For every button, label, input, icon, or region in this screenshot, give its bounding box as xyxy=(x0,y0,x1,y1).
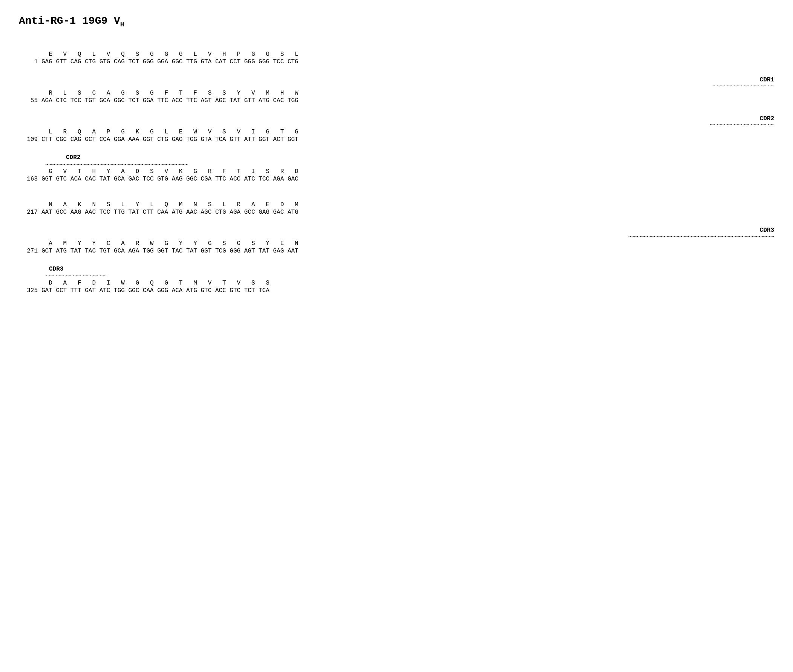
title-subscript: H xyxy=(120,21,125,28)
line-number-2: 55 xyxy=(19,90,42,104)
cdr3-label-right: CDR3 xyxy=(45,227,774,234)
title-text: Anti-RG-1 19G9 V xyxy=(19,15,120,27)
page-container: Anti-RG-1 19G9 VH 1 E V Q L V Q S G G G … xyxy=(19,15,774,294)
cdr1-annotation: CDR1 ~~~~~~~~~~~~~~~~~~ xyxy=(45,77,774,90)
amino-line-2: R L S C A G S G F T F S S Y V M H W xyxy=(42,90,774,96)
sequence-block-4: 163 G V T H Y A D S V K G R F T I S R D … xyxy=(19,168,774,182)
sequence-block-2: 55 R L S C A G S G F T F S S Y V M H W A… xyxy=(19,90,774,104)
line-number-7: 325 xyxy=(19,280,42,294)
cdr3-tilde-right: ~~~~~~~~~~~~~~~~~~~~~~~~~~~~~~~~~~~~~~~~… xyxy=(45,234,774,240)
sequence-block-3: 109 L R Q A P G K G L E W V S V I G T G … xyxy=(19,128,774,143)
line-number-6: 271 xyxy=(19,240,42,254)
line-number-3: 109 xyxy=(19,128,42,143)
line-number-1: 1 xyxy=(19,51,42,65)
codon-line-1: GAG GTT CAG CTG GTG CAG TCT GGG GGA GGC … xyxy=(42,58,774,65)
cdr2-label-right: CDR2 xyxy=(45,115,774,122)
amino-line-3: L R Q A P G K G L E W V S V I G T G xyxy=(42,128,774,135)
codon-line-3: CTT CGC CAG GCT CCA GGA AAA GGT CTG GAG … xyxy=(42,136,774,143)
codon-line-7: GAT GCT TTT GAT ATC TGG GGC CAA GGG ACA … xyxy=(42,287,774,294)
cdr3-tilde-left: ~~~~~~~~~~~~~~~~~~ xyxy=(45,273,774,280)
line-number-4: 163 xyxy=(19,168,42,182)
amino-line-5: N A K N S L Y L Q M N S L R A E D M xyxy=(42,201,774,208)
cdr3-annotation-right: CDR3 ~~~~~~~~~~~~~~~~~~~~~~~~~~~~~~~~~~~… xyxy=(45,227,774,240)
amino-line-7: D A F D I W G Q G T M V T V S S xyxy=(42,280,774,286)
cdr2-label-left: CDR2 xyxy=(45,154,774,161)
cdr2-annotation-left: CDR2 ~~~~~~~~~~~~~~~~~~~~~~~~~~~~~~~~~~~… xyxy=(45,154,774,168)
line-number-5: 217 xyxy=(19,201,42,216)
cdr1-label: CDR1 xyxy=(45,77,774,83)
cdr2-annotation-right: CDR2 ~~~~~~~~~~~~~~~~~~~ xyxy=(45,115,774,128)
sequence-block-7: 325 D A F D I W G Q G T M V T V S S GAT … xyxy=(19,280,774,294)
cdr3-annotation-left: CDR3 ~~~~~~~~~~~~~~~~~~ xyxy=(45,266,774,280)
cdr2-tilde-left: ~~~~~~~~~~~~~~~~~~~~~~~~~~~~~~~~~~~~~~~~… xyxy=(45,162,774,168)
cdr1-tilde: ~~~~~~~~~~~~~~~~~~ xyxy=(45,83,774,90)
amino-line-4: G V T H Y A D S V K G R F T I S R D xyxy=(42,168,774,175)
amino-line-1: E V Q L V Q S G G G L V H P G G S L xyxy=(42,51,774,58)
codon-line-6: GCT ATG TAT TAC TGT GCA AGA TGG GGT TAC … xyxy=(42,248,774,254)
cdr3-label-left: CDR3 xyxy=(45,266,774,272)
codon-line-4: GGT GTC ACA CAC TAT GCA GAC TCC GTG AAG … xyxy=(42,176,774,182)
amino-line-6: A M Y Y C A R W G Y Y G S G S Y E N xyxy=(42,240,774,247)
sequence-block-1: 1 E V Q L V Q S G G G L V H P G G S L GA… xyxy=(19,51,774,65)
page-title: Anti-RG-1 19G9 VH xyxy=(19,15,774,28)
codon-line-5: AAT GCC AAG AAC TCC TTG TAT CTT CAA ATG … xyxy=(42,209,774,216)
cdr2-tilde-right: ~~~~~~~~~~~~~~~~~~~ xyxy=(45,122,774,128)
sequence-block-6: 271 A M Y Y C A R W G Y Y G S G S Y E N … xyxy=(19,240,774,254)
codon-line-2: AGA CTC TCC TGT GCA GGC TCT GGA TTC ACC … xyxy=(42,97,774,104)
sequence-block-5: 217 N A K N S L Y L Q M N S L R A E D M … xyxy=(19,201,774,216)
